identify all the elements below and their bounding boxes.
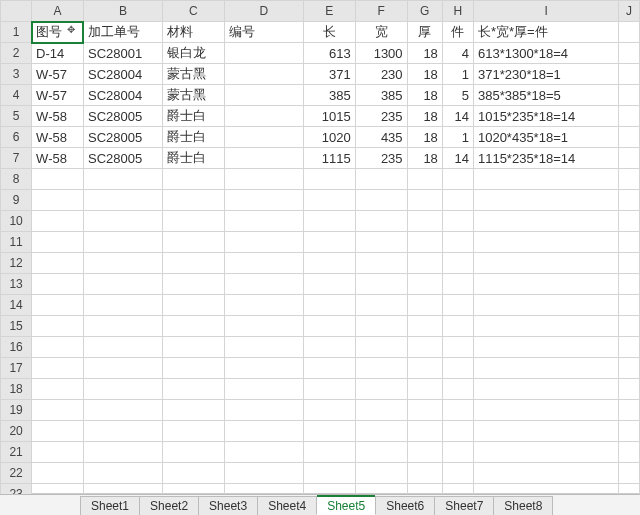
cell-A16[interactable] xyxy=(32,337,84,358)
cell-A2[interactable]: D-14 xyxy=(32,43,84,64)
row-header-17[interactable]: 17 xyxy=(1,358,32,379)
cell-F3[interactable]: 230 xyxy=(355,64,407,85)
cell-J21[interactable] xyxy=(619,442,640,463)
sheet-tab-sheet4[interactable]: Sheet4 xyxy=(257,496,317,515)
cell-I3[interactable]: 371*230*18=1 xyxy=(473,64,618,85)
cell-C7[interactable]: 爵士白 xyxy=(162,148,224,169)
row-header-11[interactable]: 11 xyxy=(1,232,32,253)
cell-E1[interactable]: 长 xyxy=(303,22,355,43)
cell-G21[interactable] xyxy=(407,442,442,463)
row-header-8[interactable]: 8 xyxy=(1,169,32,190)
cell-H10[interactable] xyxy=(442,211,473,232)
cell-B4[interactable]: SC28004 xyxy=(83,85,162,106)
row-header-1[interactable]: 1 xyxy=(1,22,32,43)
cell-A3[interactable]: W-57 xyxy=(32,64,84,85)
cell-B11[interactable] xyxy=(83,232,162,253)
cell-I18[interactable] xyxy=(473,379,618,400)
cell-E18[interactable] xyxy=(303,379,355,400)
cell-I9[interactable] xyxy=(473,190,618,211)
cell-C5[interactable]: 爵士白 xyxy=(162,106,224,127)
cell-F18[interactable] xyxy=(355,379,407,400)
cell-G3[interactable]: 18 xyxy=(407,64,442,85)
cell-A9[interactable] xyxy=(32,190,84,211)
cell-E21[interactable] xyxy=(303,442,355,463)
cell-E15[interactable] xyxy=(303,316,355,337)
cell-F20[interactable] xyxy=(355,421,407,442)
cell-D22[interactable] xyxy=(225,463,304,484)
cell-H14[interactable] xyxy=(442,295,473,316)
cell-J1[interactable] xyxy=(619,22,640,43)
column-header-D[interactable]: D xyxy=(225,1,304,22)
cell-I2[interactable]: 613*1300*18=4 xyxy=(473,43,618,64)
cell-B5[interactable]: SC28005 xyxy=(83,106,162,127)
cell-H13[interactable] xyxy=(442,274,473,295)
cell-A8[interactable] xyxy=(32,169,84,190)
cell-E11[interactable] xyxy=(303,232,355,253)
cell-E8[interactable] xyxy=(303,169,355,190)
cell-A12[interactable] xyxy=(32,253,84,274)
sheet-tab-sheet5[interactable]: Sheet5 xyxy=(316,496,376,515)
cell-C11[interactable] xyxy=(162,232,224,253)
cell-G12[interactable] xyxy=(407,253,442,274)
cell-F21[interactable] xyxy=(355,442,407,463)
cell-A10[interactable] xyxy=(32,211,84,232)
cell-A22[interactable] xyxy=(32,463,84,484)
cell-B22[interactable] xyxy=(83,463,162,484)
cell-A19[interactable] xyxy=(32,400,84,421)
row-header-6[interactable]: 6 xyxy=(1,127,32,148)
cell-B2[interactable]: SC28001 xyxy=(83,43,162,64)
cell-J8[interactable] xyxy=(619,169,640,190)
cell-F19[interactable] xyxy=(355,400,407,421)
cell-C9[interactable] xyxy=(162,190,224,211)
cell-J22[interactable] xyxy=(619,463,640,484)
column-header-G[interactable]: G xyxy=(407,1,442,22)
cell-G13[interactable] xyxy=(407,274,442,295)
cell-H17[interactable] xyxy=(442,358,473,379)
cell-C3[interactable]: 蒙古黑 xyxy=(162,64,224,85)
cell-E5[interactable]: 1015 xyxy=(303,106,355,127)
cell-I15[interactable] xyxy=(473,316,618,337)
column-header-E[interactable]: E xyxy=(303,1,355,22)
cell-D16[interactable] xyxy=(225,337,304,358)
cell-I1[interactable]: 长*宽*厚=件 xyxy=(473,22,618,43)
cell-G9[interactable] xyxy=(407,190,442,211)
cell-H15[interactable] xyxy=(442,316,473,337)
cell-C8[interactable] xyxy=(162,169,224,190)
cell-F6[interactable]: 435 xyxy=(355,127,407,148)
cell-B7[interactable]: SC28005 xyxy=(83,148,162,169)
cell-G11[interactable] xyxy=(407,232,442,253)
cell-H9[interactable] xyxy=(442,190,473,211)
cell-J16[interactable] xyxy=(619,337,640,358)
cell-J14[interactable] xyxy=(619,295,640,316)
cell-G19[interactable] xyxy=(407,400,442,421)
cell-D19[interactable] xyxy=(225,400,304,421)
cell-I20[interactable] xyxy=(473,421,618,442)
cell-G10[interactable] xyxy=(407,211,442,232)
cell-A18[interactable] xyxy=(32,379,84,400)
cell-H20[interactable] xyxy=(442,421,473,442)
cell-A20[interactable] xyxy=(32,421,84,442)
cell-F22[interactable] xyxy=(355,463,407,484)
cell-G6[interactable]: 18 xyxy=(407,127,442,148)
cell-I8[interactable] xyxy=(473,169,618,190)
cell-E19[interactable] xyxy=(303,400,355,421)
cell-C2[interactable]: 银白龙 xyxy=(162,43,224,64)
cell-I16[interactable] xyxy=(473,337,618,358)
cell-B3[interactable]: SC28004 xyxy=(83,64,162,85)
cell-C12[interactable] xyxy=(162,253,224,274)
cell-E12[interactable] xyxy=(303,253,355,274)
cell-J6[interactable] xyxy=(619,127,640,148)
cell-G4[interactable]: 18 xyxy=(407,85,442,106)
cell-B6[interactable]: SC28005 xyxy=(83,127,162,148)
cell-D14[interactable] xyxy=(225,295,304,316)
cell-G22[interactable] xyxy=(407,463,442,484)
cell-J15[interactable] xyxy=(619,316,640,337)
cell-G20[interactable] xyxy=(407,421,442,442)
cell-C13[interactable] xyxy=(162,274,224,295)
cell-B12[interactable] xyxy=(83,253,162,274)
row-header-14[interactable]: 14 xyxy=(1,295,32,316)
cell-H19[interactable] xyxy=(442,400,473,421)
cell-A13[interactable] xyxy=(32,274,84,295)
sheet-tab-sheet3[interactable]: Sheet3 xyxy=(198,496,258,515)
cell-I11[interactable] xyxy=(473,232,618,253)
